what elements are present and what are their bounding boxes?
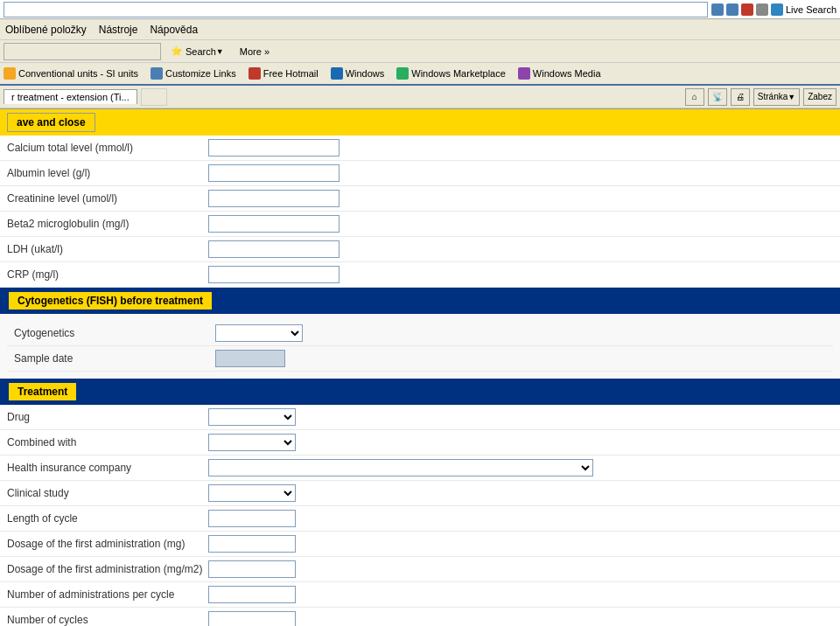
save-and-close-button[interactable]: ave and close	[7, 113, 95, 132]
combined-with-select[interactable]	[208, 434, 296, 451]
combined-with-row: Combined with	[0, 430, 840, 456]
search-arrow-icon: ▼	[216, 47, 224, 56]
dosage-first-mgm2-row: Dosage of the first administration (mg/m…	[0, 557, 840, 582]
search-button[interactable]: ⭐ Search ▼	[164, 44, 230, 59]
treatment-section-header: Treatment	[0, 379, 840, 405]
num-cycles-label: Number of cycles	[7, 614, 208, 626]
cytogenetics-header-label: Cytogenetics (FISH) before treatment	[9, 292, 212, 310]
menu-item-napoveda[interactable]: Nápověda	[150, 24, 198, 36]
live-search-icon	[771, 3, 783, 16]
beta2-row: Beta2 microglobulin (mg/l)	[0, 212, 840, 237]
sample-date-input[interactable]	[215, 350, 285, 367]
cytogenetics-label: Cytogenetics	[14, 327, 215, 339]
length-of-cycle-row: Length of cycle	[0, 506, 840, 532]
num-admin-per-cycle-label: Number of administrations per cycle	[7, 588, 208, 601]
length-of-cycle-label: Length of cycle	[7, 512, 208, 525]
address-bar-icon2	[726, 3, 738, 16]
drug-select[interactable]	[208, 408, 296, 426]
sample-date-label: Sample date	[14, 352, 215, 365]
page-tab[interactable]: r treatment - extension (Ti...	[4, 89, 137, 104]
live-search-label: Live Search	[786, 4, 836, 15]
ldh-row: LDH (ukat/l)	[0, 237, 840, 262]
lab-fields-section: Calcium total level (mmol/l) Albumin lev…	[0, 136, 840, 288]
save-bar: ave and close	[0, 109, 840, 136]
beta2-label: Beta2 microglobulin (mg/l)	[7, 218, 208, 230]
calcium-input[interactable]	[208, 139, 340, 156]
cytogenetics-section: Cytogenetics Sample date	[0, 314, 840, 379]
ldh-input[interactable]	[208, 240, 340, 258]
creatinine-input[interactable]	[208, 190, 340, 207]
clinical-study-select[interactable]	[208, 484, 296, 502]
num-cycles-row: Number of cycles	[0, 608, 840, 626]
crp-input[interactable]	[208, 266, 340, 283]
calcium-label: Calcium total level (mmol/l)	[7, 142, 208, 154]
menu-item-nastroje[interactable]: Nástroje	[99, 24, 138, 36]
num-cycles-input[interactable]	[208, 611, 296, 626]
creatinine-row: Creatinine level (umol/l)	[0, 186, 840, 212]
home-icon-btn[interactable]: ⌂	[685, 88, 704, 106]
drug-label: Drug	[7, 411, 208, 423]
health-insurance-row: Health insurance company	[0, 456, 840, 481]
link-marketplace[interactable]: Windows Marketplace	[396, 67, 506, 80]
combined-with-label: Combined with	[7, 436, 208, 449]
link-windows[interactable]: Windows	[331, 67, 385, 80]
link-media[interactable]: Windows Media	[518, 67, 601, 80]
health-insurance-select[interactable]	[208, 459, 593, 476]
dosage-first-mg-label: Dosage of the first administration (mg)	[7, 538, 208, 550]
calcium-row: Calcium total level (mmol/l)	[0, 136, 840, 161]
print-icon-btn[interactable]: 🖨	[731, 88, 750, 106]
link-hotmail[interactable]: Free Hotmail	[248, 67, 318, 80]
albumin-label: Albumin level (g/l)	[7, 167, 208, 179]
crp-row: CRP (mg/l)	[0, 262, 840, 288]
treatment-header-label: Treatment	[9, 383, 76, 400]
address-bar[interactable]: is.cba.muni.cz/trialdb2/data_forms/M_pri…	[4, 2, 708, 17]
clinical-study-row: Clinical study	[0, 481, 840, 506]
cytogenetics-section-header: Cytogenetics (FISH) before treatment	[0, 288, 840, 314]
menu-item-oblibene[interactable]: Oblíbené položky	[5, 24, 87, 36]
sample-date-row: Sample date	[7, 346, 833, 372]
toolbar-dropdown[interactable]	[4, 43, 161, 60]
dosage-first-mgm2-input[interactable]	[208, 560, 296, 578]
more-button[interactable]: More »	[234, 45, 276, 59]
clinical-study-label: Clinical study	[7, 487, 208, 499]
creatinine-label: Creatinine level (umol/l)	[7, 192, 208, 205]
length-of-cycle-input[interactable]	[208, 510, 296, 527]
crp-label: CRP (mg/l)	[7, 268, 208, 281]
conventional-icon	[4, 67, 16, 80]
safety-btn[interactable]: Zabez	[803, 88, 836, 106]
address-bar-icon	[711, 3, 724, 16]
link-conventional[interactable]: Conventional units - SI units	[4, 67, 138, 80]
dosage-first-mg-input[interactable]	[208, 535, 296, 553]
dosage-first-mgm2-label: Dosage of the first administration (mg/m…	[7, 563, 208, 575]
windows-icon	[331, 67, 343, 80]
albumin-input[interactable]	[208, 164, 340, 182]
page-btn[interactable]: Stránka ▼	[753, 88, 800, 106]
hotmail-icon	[248, 67, 261, 80]
rss-icon-btn[interactable]: 📡	[708, 88, 727, 106]
num-admin-per-cycle-row: Number of administrations per cycle	[0, 582, 840, 608]
link-customize[interactable]: Customize Links	[150, 67, 236, 80]
dosage-first-mg-row: Dosage of the first administration (mg)	[0, 532, 840, 557]
ldh-label: LDH (ukat/l)	[7, 243, 208, 255]
albumin-row: Albumin level (g/l)	[0, 161, 840, 186]
health-insurance-label: Health insurance company	[7, 462, 208, 474]
address-bar-icon4	[756, 3, 768, 16]
cytogenetics-row: Cytogenetics	[7, 321, 833, 346]
address-bar-icon3	[741, 3, 753, 16]
media-icon	[518, 67, 530, 80]
drug-row: Drug	[0, 405, 840, 430]
marketplace-icon	[396, 67, 409, 80]
cytogenetics-select[interactable]	[215, 324, 303, 342]
customize-icon	[150, 67, 163, 80]
treatment-section: Drug Combined with Health insurance comp…	[0, 405, 840, 626]
new-tab-btn[interactable]	[141, 88, 167, 106]
beta2-input[interactable]	[208, 215, 340, 233]
num-admin-per-cycle-input[interactable]	[208, 586, 296, 603]
